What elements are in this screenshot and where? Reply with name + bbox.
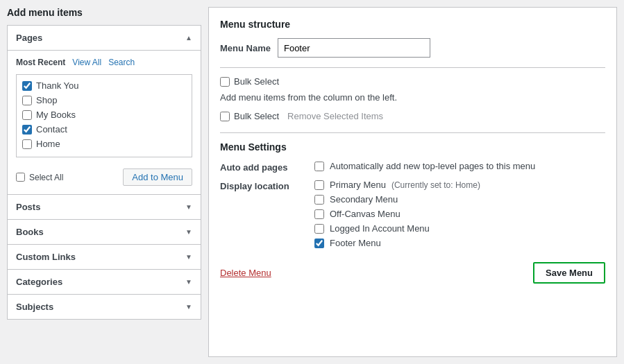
accordion-pages-content: Most Recent View All Search Thank You Sh… [8,51,201,194]
divider-2 [220,132,605,133]
logged-in-account-menu-checkbox[interactable] [314,224,324,234]
add-to-menu-button[interactable]: Add to Menu [123,168,192,186]
select-all-checkbox[interactable] [16,173,25,182]
home-checkbox[interactable] [22,139,32,149]
bulk-select-2-checkbox[interactable] [220,112,230,121]
display-location-label: Display location [220,180,303,191]
accordion-books-header[interactable]: Books ▼ [8,220,201,244]
accordion-custom-links-arrow: ▼ [185,253,192,261]
accordion-categories: Categories ▼ [7,270,201,295]
remove-selected-button[interactable]: Remove Selected Items [287,111,383,121]
tab-view-all[interactable]: View All [72,58,101,67]
my-books-checkbox[interactable] [22,110,32,120]
accordion-books-arrow: ▼ [185,228,192,236]
off-canvas-menu-checkbox[interactable] [314,209,324,219]
accordion-posts-label: Posts [16,202,40,212]
accordion-books: Books ▼ [7,220,201,245]
secondary-menu-checkbox[interactable] [314,195,324,205]
tab-most-recent[interactable]: Most Recent [16,58,65,67]
accordion-posts-arrow: ▼ [185,203,192,211]
accordion-pages-label: Pages [16,33,42,43]
secondary-menu-label: Secondary Menu [330,194,398,205]
select-all-label[interactable]: Select All [16,173,63,182]
secondary-menu-option[interactable]: Secondary Menu [314,194,480,205]
accordion-books-label: Books [16,227,44,237]
footer-menu-option[interactable]: Footer Menu [314,238,480,248]
accordion-subjects-label: Subjects [16,302,53,312]
shop-label: Shop [36,95,57,105]
my-books-label: My Books [36,110,76,120]
accordion-custom-links: Custom Links ▼ [7,245,201,270]
list-item[interactable]: Contact [22,124,186,135]
save-menu-button[interactable]: Save Menu [533,262,605,284]
footer-menu-label: Footer Menu [330,238,381,248]
left-panel: Add menu items Pages ▲ Most Recent View … [7,7,201,357]
list-item[interactable]: Shop [22,95,186,105]
right-panel-title: Menu structure [220,19,605,30]
tab-search[interactable]: Search [108,58,135,67]
list-item[interactable]: My Books [22,110,186,120]
info-text: Add menu items from the column on the le… [220,92,605,103]
shop-checkbox[interactable] [22,96,32,105]
footer-actions: Delete Menu Save Menu [220,262,605,284]
pages-footer: Select All Add to Menu [16,163,192,187]
bulk-select-row-1: Bulk Select [220,76,605,87]
accordion-custom-links-header[interactable]: Custom Links ▼ [8,245,201,269]
left-panel-title: Add menu items [7,7,201,18]
list-item[interactable]: Home [22,139,186,149]
menu-name-input[interactable] [278,38,430,58]
thank-you-checkbox[interactable] [22,81,32,91]
bulk-select-row-2: Bulk Select Remove Selected Items [220,111,605,121]
primary-menu-option[interactable]: Primary Menu (Currently set to: Home) [314,180,480,190]
contact-checkbox[interactable] [22,125,32,135]
bulk-select-1-label[interactable]: Bulk Select [220,76,279,87]
auto-add-pages-value: Automatically add new top-level pages to… [314,161,535,171]
display-location-options: Primary Menu (Currently set to: Home) Se… [314,180,480,248]
auto-add-pages-row: Auto add pages Automatically add new top… [220,161,605,173]
accordion-subjects: Subjects ▼ [7,295,201,320]
display-location-row: Display location Primary Menu (Currently… [220,180,605,248]
divider-1 [220,67,605,68]
accordion-custom-links-label: Custom Links [16,252,76,262]
footer-menu-checkbox[interactable] [314,239,324,248]
primary-menu-label: Primary Menu [330,180,386,190]
delete-menu-button[interactable]: Delete Menu [220,268,271,278]
contact-label: Contact [36,124,67,135]
auto-add-pages-description: Automatically add new top-level pages to… [330,161,535,171]
primary-menu-checkbox[interactable] [314,180,324,190]
auto-add-pages-option[interactable]: Automatically add new top-level pages to… [314,161,535,171]
primary-menu-note: (Currently set to: Home) [391,180,480,190]
bulk-select-1-checkbox[interactable] [220,77,230,87]
menu-settings-title: Menu Settings [220,141,605,153]
accordion-pages: Pages ▲ Most Recent View All Search Than… [7,25,201,195]
accordion-subjects-arrow: ▼ [185,303,192,311]
home-label: Home [36,139,60,149]
bulk-select-2-label[interactable]: Bulk Select [220,111,279,121]
list-item[interactable]: Thank You [22,80,186,91]
auto-add-pages-label: Auto add pages [220,161,303,173]
logged-in-account-menu-label: Logged In Account Menu [330,223,430,234]
accordion-posts-header[interactable]: Posts ▼ [8,195,201,219]
off-canvas-menu-option[interactable]: Off-Canvas Menu [314,209,480,219]
menu-name-row: Menu Name [220,38,605,58]
accordion-posts: Posts ▼ [7,195,201,220]
right-panel: Menu structure Menu Name Bulk Select Add… [208,7,617,357]
pages-tabs: Most Recent View All Search [16,58,192,67]
menu-name-label: Menu Name [220,43,271,53]
accordion-categories-arrow: ▼ [185,278,192,286]
accordion-pages-header[interactable]: Pages ▲ [8,26,201,51]
accordion-categories-header[interactable]: Categories ▼ [8,270,201,294]
pages-list: Thank You Shop My Books Contact [16,74,192,157]
logged-in-account-menu-option[interactable]: Logged In Account Menu [314,223,480,234]
accordion-categories-label: Categories [16,277,62,287]
thank-you-label: Thank You [36,80,78,91]
accordion-subjects-header[interactable]: Subjects ▼ [8,295,201,319]
off-canvas-menu-label: Off-Canvas Menu [330,209,400,219]
auto-add-pages-checkbox[interactable] [314,162,324,171]
accordion-pages-arrow: ▲ [185,34,192,42]
